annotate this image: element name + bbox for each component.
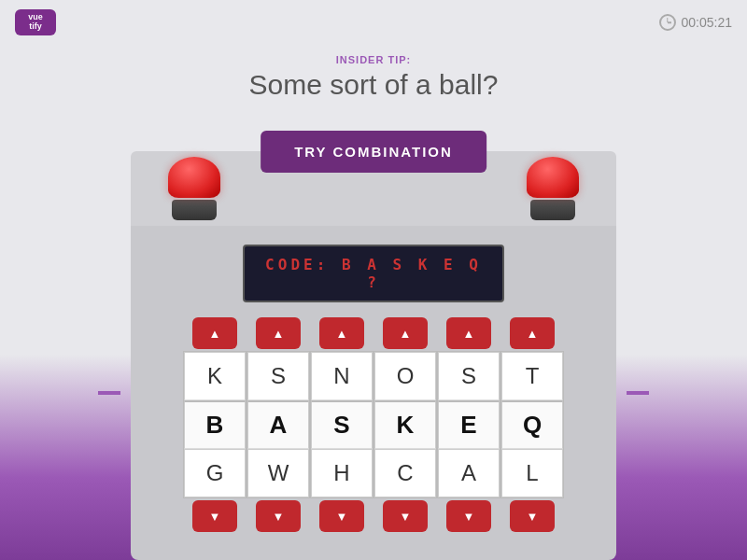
column-0: ▲KBG▼ — [183, 317, 247, 532]
up-arrow-col-2[interactable]: ▲ — [319, 317, 364, 349]
letter-slot-col-0-row-1: B — [184, 400, 246, 449]
col-slots-5: TQL — [500, 351, 564, 498]
siren-light-left — [168, 157, 220, 198]
down-arrow-col-2[interactable]: ▼ — [319, 500, 364, 532]
siren-light-right — [527, 157, 579, 198]
side-dash-right — [627, 391, 649, 395]
side-dash-left — [98, 391, 120, 395]
up-arrow-col-4[interactable]: ▲ — [446, 317, 491, 349]
code-display: CODE: B A S K E Q ? — [243, 245, 504, 302]
tip-area: INSIDER TIP: Some sort of a ball? — [0, 45, 747, 101]
letter-slot-col-5-row-0: T — [501, 352, 563, 400]
col-slots-3: OKC — [374, 351, 437, 498]
logo: vuetify — [15, 9, 56, 35]
letter-slot-col-4-row-1: E — [438, 400, 500, 449]
letter-slot-col-0-row-2: G — [184, 449, 246, 497]
down-arrow-col-3[interactable]: ▼ — [383, 500, 428, 532]
letter-slot-col-3-row-0: O — [374, 352, 436, 400]
letter-slot-col-1-row-1: A — [247, 400, 309, 449]
column-4: ▲SEA▼ — [437, 317, 500, 532]
siren-base-right — [530, 200, 575, 220]
logo-text: vuetify — [28, 13, 43, 32]
siren-left — [168, 157, 220, 220]
col-slots-4: SEA — [437, 351, 500, 498]
safe-front: CODE: B A S K E Q ? ▲KBG▼▲SAW▼▲NSH▼▲OKC▼… — [131, 226, 616, 560]
down-arrow-col-0[interactable]: ▼ — [192, 500, 237, 532]
column-2: ▲NSH▼ — [310, 317, 374, 532]
insider-tip-label: INSIDER TIP: — [0, 54, 747, 65]
column-3: ▲OKC▼ — [374, 317, 437, 532]
timer-label: 00:05:21 — [682, 15, 733, 30]
letter-slot-col-4-row-2: A — [438, 449, 500, 497]
letter-slot-col-3-row-1: K — [374, 400, 436, 449]
col-slots-0: KBG — [183, 351, 247, 498]
down-arrow-col-4[interactable]: ▼ — [446, 500, 491, 532]
safe-body: CODE: B A S K E Q ? ▲KBG▼▲SAW▼▲NSH▼▲OKC▼… — [131, 151, 616, 560]
letter-slot-col-3-row-2: C — [374, 449, 436, 497]
col-slots-1: SAW — [247, 351, 310, 498]
columns-area: ▲KBG▼▲SAW▼▲NSH▼▲OKC▼▲SEA▼▲TQL▼ — [159, 317, 588, 532]
up-arrow-col-5[interactable]: ▲ — [510, 317, 555, 349]
code-text: CODE: B A S K E Q ? — [265, 256, 482, 291]
letter-slot-col-5-row-2: L — [501, 449, 563, 497]
column-5: ▲TQL▼ — [500, 317, 564, 532]
timer-area: 00:05:21 — [659, 14, 733, 31]
letter-slot-col-5-row-1: Q — [501, 400, 563, 449]
try-combination-button[interactable]: TRY COMBINATION — [261, 131, 486, 173]
col-slots-2: NSH — [310, 351, 374, 498]
siren-base-left — [172, 200, 217, 220]
top-bar: vuetify 00:05:21 — [0, 0, 747, 45]
tip-text: Some sort of a ball? — [0, 69, 747, 101]
letter-slot-col-0-row-0: K — [184, 352, 246, 400]
letter-slot-col-2-row-1: S — [311, 400, 373, 449]
letter-slot-col-2-row-2: H — [311, 449, 373, 497]
down-arrow-col-1[interactable]: ▼ — [256, 500, 301, 532]
column-1: ▲SAW▼ — [247, 317, 310, 532]
letter-slot-col-1-row-0: S — [247, 352, 309, 400]
up-arrow-col-0[interactable]: ▲ — [192, 317, 237, 349]
up-arrow-col-1[interactable]: ▲ — [256, 317, 301, 349]
down-arrow-col-5[interactable]: ▼ — [510, 500, 555, 532]
siren-right — [527, 157, 579, 220]
up-arrow-col-3[interactable]: ▲ — [383, 317, 428, 349]
try-combination-area: TRY COMBINATION — [261, 131, 486, 173]
letter-slot-col-4-row-0: S — [438, 352, 500, 400]
letter-slot-col-1-row-2: W — [247, 449, 309, 497]
letter-slot-col-2-row-0: N — [311, 352, 373, 400]
timer-icon — [659, 14, 676, 31]
